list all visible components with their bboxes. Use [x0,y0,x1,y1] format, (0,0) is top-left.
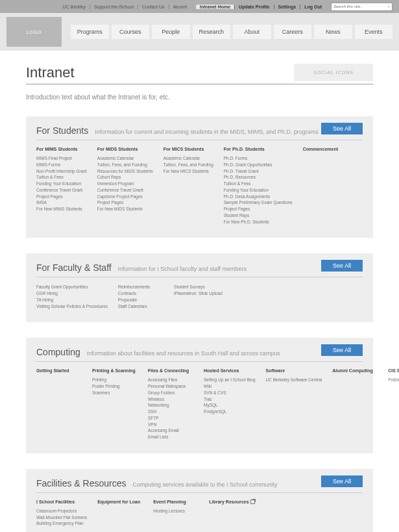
column-heading: Getting Started [36,368,82,373]
link-item[interactable]: Classroom Projectors [36,508,87,514]
see-all-faculty[interactable]: See All [321,260,363,272]
link-item[interactable]: Project Pages [97,199,153,206]
top-link-intranet-home[interactable]: Intranet Home [196,5,235,9]
link-item[interactable]: Setting Up an I School Blog [204,377,256,383]
link-item[interactable]: For New MICS Students [163,168,213,175]
link-item[interactable]: Sample Preliminary Exam Questions [224,199,293,206]
link-item[interactable]: Reimbursements [118,284,163,290]
see-all-computing[interactable]: See All [321,344,363,356]
tab-research[interactable]: Research [193,25,231,39]
column: Equipment for Loan [97,500,143,527]
link-item[interactable]: Proposals [118,297,163,303]
link-item[interactable]: Funding Your Education [224,187,293,194]
top-link-alumni[interactable]: Alumni [169,5,191,9]
link-item[interactable]: GSR Hiring [36,290,108,297]
search-icon[interactable] [388,4,390,10]
link-item[interactable]: Printing [92,377,138,383]
column: For Ph.D. StudentsPh.D. FormsPh.D. Grant… [224,147,293,225]
link-item[interactable]: Funding Your Education [36,181,87,187]
social-icons-placeholder[interactable]: SOCIAL ICONS [294,64,373,81]
link-item[interactable]: Wall-Mounted Flat Screens [36,514,87,521]
link-item[interactable]: Academic Calendar [163,155,213,162]
link-item[interactable]: Personal Webspace [148,383,193,390]
top-bar: UC Berkley Support the iSchool Contact U… [0,0,399,13]
link-item[interactable]: Resources for MIDS Students [97,168,153,175]
link-item[interactable]: Immersion Program [97,181,153,187]
link-item[interactable]: Ph.D. Forms [224,155,293,162]
logo[interactable]: LOGO [6,17,62,47]
link-item[interactable]: For New MIMS Students [36,206,87,212]
link-item[interactable]: TA Hiring [36,297,108,303]
tab-programs[interactable]: Programs [71,25,109,39]
tab-courses[interactable]: Courses [112,25,150,39]
top-link-update-profile[interactable]: Update Profile [235,5,274,9]
link-item[interactable]: Non-Profit Internship Grant [36,168,87,175]
search-input[interactable] [333,5,388,8]
link-item[interactable]: MIMS Final Project [36,155,87,162]
column: For MIDS StudentsAcademic CalendarTuitio… [97,147,153,225]
link-item[interactable]: Wireless [148,396,193,403]
svg-line-1 [389,7,390,8]
link-item[interactable]: SSH [148,409,193,415]
link-item[interactable]: Ph.D. Travel Grant [224,168,293,175]
link-item[interactable]: Capstone Project Pages [97,194,153,200]
link-item[interactable]: SVN & CVS [204,390,256,396]
link-item[interactable]: Student Surveys [174,284,223,290]
link-item[interactable]: Academic Calendar [97,155,153,162]
link-item[interactable]: VPN [148,422,193,428]
link-item[interactable]: Student Reps [224,212,293,219]
link-item[interactable]: PostgreSQL [204,409,256,415]
link-item[interactable]: Accessing Files [148,377,193,383]
link-item[interactable]: Project Pages [224,206,293,212]
link-item[interactable]: For New Ph.D. Students [224,219,293,225]
link-item[interactable]: Ph.D. Desk Assignments [224,194,293,200]
link-item[interactable]: Faculty Grant Opportunities [36,284,108,290]
link-item[interactable]: Conference Travel Grant [36,187,87,194]
link-item[interactable]: Contracts [118,290,163,297]
link-item[interactable]: Scanners [92,390,138,396]
top-link-contact[interactable]: Contact Us [138,5,169,9]
top-link-ucb[interactable]: UC Berkley [58,5,90,9]
link-item[interactable]: iPlasmatron: Slide Upload [174,290,223,297]
top-link-settings[interactable]: Settings [274,5,301,9]
link-item[interactable]: Networking [148,402,193,409]
top-link-logout[interactable]: Log Out [300,5,326,9]
link-item[interactable]: Tuition, Fees, and Funding [163,162,213,168]
link-item[interactable]: Tuition & Fees [36,174,87,181]
link-item[interactable]: MySQL [204,402,256,409]
tab-people[interactable]: People [152,25,190,39]
link-item[interactable]: Group Folders [148,390,193,396]
link-item[interactable]: Hosting Lectures [153,508,199,514]
link-item[interactable]: Tuition, Fees, and Funding [97,162,153,168]
link-item[interactable]: Policies [388,377,399,383]
link-item[interactable]: Ph.D. Resources [224,174,293,181]
link-item[interactable]: UC Berkeley Software Central [266,377,322,383]
tab-news[interactable]: News [314,25,352,39]
tab-careers[interactable]: Careers [274,25,312,39]
link-item[interactable]: MIMS Forms [36,162,87,168]
tab-events[interactable]: Events [355,25,393,39]
page-header: Intranet SOCIAL ICONS [26,64,373,84]
link-item[interactable]: Staff Calendars [118,303,163,310]
column-heading: For MIMS Students [36,147,87,151]
link-item[interactable]: For New MIDS Students [97,206,153,212]
link-item[interactable]: Building Emergency Plan [36,520,87,527]
link-item[interactable]: Tuition & Fees [224,181,293,187]
search-box[interactable] [331,3,393,11]
link-item[interactable]: Accessing Email [148,427,193,434]
tab-about[interactable]: About [233,25,271,39]
link-item[interactable]: Project Pages [36,194,87,200]
see-all-students[interactable]: See All [321,123,363,134]
link-item[interactable]: Wiki [204,383,256,390]
link-item[interactable]: Poster Printing [92,383,138,390]
link-item[interactable]: Visiting Scholar Policies & Procedures [36,303,108,310]
link-item[interactable]: Email Lists [148,434,193,440]
link-item[interactable]: Ph.D. Grant Opportunities [224,162,293,168]
link-item[interactable]: Cohort Reps [97,174,153,181]
link-item[interactable]: Conference Travel Grant [97,187,153,194]
link-item[interactable]: SFTP [148,415,193,422]
link-item[interactable]: Trac [204,396,256,403]
see-all-facilities[interactable]: See All [321,475,363,487]
top-link-support[interactable]: Support the iSchool [90,5,138,9]
link-item[interactable]: IMSA [36,199,87,206]
